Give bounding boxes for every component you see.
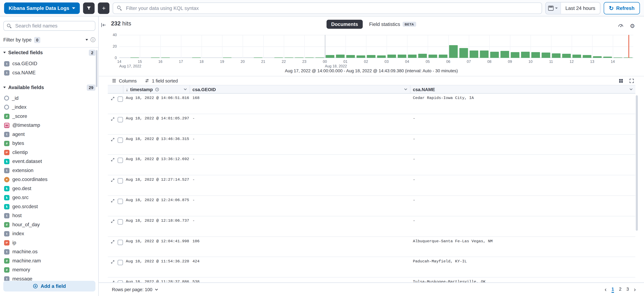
- chevron-down-icon[interactable]: [86, 39, 88, 40]
- field-item-geo.dest[interactable]: k geo.dest: [3, 184, 93, 193]
- column-actions-chevron-icon[interactable]: [184, 87, 187, 91]
- column-actions-chevron-icon[interactable]: [629, 87, 633, 91]
- field-item-extension[interactable]: t extension: [3, 166, 93, 175]
- chart-vertical-gridline: [366, 35, 366, 58]
- saved-query-menu-button[interactable]: [83, 2, 95, 14]
- refresh-button[interactable]: ↻ Refresh: [604, 2, 640, 14]
- field-item-csa.GEOID[interactable]: t csa.GEOID: [3, 59, 93, 68]
- field-sorted-button[interactable]: 1 field sorted: [145, 78, 178, 83]
- expand-document-icon[interactable]: [111, 199, 115, 203]
- page-2-button[interactable]: 2: [619, 287, 622, 293]
- histogram-bar: [521, 51, 530, 58]
- add-field-button[interactable]: Add a field: [3, 281, 96, 292]
- kql-query-bar[interactable]: [113, 2, 542, 14]
- row-checkbox[interactable]: [118, 96, 123, 102]
- row-checkbox[interactable]: [118, 199, 123, 204]
- sidebar-scrollbar[interactable]: [96, 50, 97, 87]
- field-search-box[interactable]: [3, 21, 96, 31]
- header-csa-name[interactable]: csa.NAME: [410, 85, 635, 93]
- row-checkbox[interactable]: [118, 178, 123, 184]
- selected-fields-list: t csa.GEOID t csa.NAME: [3, 59, 93, 78]
- kql-search-input[interactable]: [125, 5, 538, 11]
- field-item-bytes[interactable]: # bytes: [3, 139, 93, 148]
- row-checkbox[interactable]: [118, 281, 123, 283]
- field-type-k-icon: k: [4, 195, 10, 200]
- histogram-bar: [223, 57, 232, 58]
- filter-by-type-row[interactable]: Filter by type 0 ⓘ: [3, 36, 96, 44]
- chart-vertical-gridline: [448, 35, 449, 58]
- field-search-input[interactable]: [14, 23, 92, 29]
- field-item-index[interactable]: t index: [3, 229, 93, 238]
- tab-field-statistics[interactable]: Field statistics BETA: [369, 21, 416, 27]
- expand-document-icon[interactable]: [111, 137, 115, 141]
- chart-gridline: [119, 35, 634, 35]
- available-fields-header[interactable]: Available fields 29: [3, 84, 96, 91]
- expand-document-icon[interactable]: [111, 219, 115, 223]
- field-item-geo.src[interactable]: k geo.src: [3, 193, 93, 202]
- page-1-button[interactable]: 1: [612, 287, 614, 293]
- field-item-machine.ram[interactable]: # machine.ram: [3, 256, 93, 265]
- x-axis-tick-label: 18: [200, 59, 204, 64]
- row-checkbox[interactable]: [118, 137, 123, 143]
- table-scrollbar[interactable]: [636, 95, 638, 231]
- field-item-agent[interactable]: t agent: [3, 130, 93, 139]
- previous-page-icon[interactable]: ‹: [605, 287, 606, 293]
- histogram-bar: [161, 57, 170, 58]
- table-row: Aug 18, 2022 @ 12:18:06.737 - -: [108, 216, 635, 237]
- tab-documents[interactable]: Documents: [326, 20, 362, 28]
- expand-document-icon[interactable]: [111, 260, 115, 264]
- expand-document-icon[interactable]: [111, 158, 115, 162]
- expand-document-icon[interactable]: [111, 240, 115, 244]
- field-item-@timestamp[interactable]: @timestamp: [3, 121, 93, 130]
- field-item-clientip[interactable]: IP clientip: [3, 148, 93, 157]
- header-timestamp[interactable]: ↓ timestamp: [124, 85, 190, 93]
- field-item-_id[interactable]: _id: [3, 94, 93, 103]
- columns-button[interactable]: Columns: [112, 78, 137, 83]
- histogram-bar: [460, 48, 468, 58]
- field-item-machine.os[interactable]: t machine.os: [3, 247, 93, 256]
- field-item-event.dataset[interactable]: k event.dataset: [3, 157, 93, 166]
- field-item-_score[interactable]: # _score: [3, 112, 93, 121]
- row-checkbox[interactable]: [118, 240, 123, 245]
- field-item-geo.srcdest[interactable]: k geo.srcdest: [3, 202, 93, 211]
- field-item-ip[interactable]: IP ip: [3, 238, 93, 247]
- x-axis-tick-label: 14: [611, 59, 615, 64]
- field-name: ip: [12, 240, 16, 246]
- row-checkbox[interactable]: [118, 260, 123, 265]
- info-icon[interactable]: ⓘ: [90, 37, 95, 42]
- cell-timestamp: Aug 18, 2022 @ 14:06:51.816: [124, 94, 190, 114]
- add-filter-button[interactable]: +: [98, 2, 110, 14]
- header-csa-geoid[interactable]: csa.GEOID: [190, 85, 410, 93]
- field-name: _score: [12, 113, 27, 119]
- expand-document-icon[interactable]: [111, 117, 115, 121]
- row-checkbox[interactable]: [118, 219, 123, 225]
- field-item-_index[interactable]: _index: [3, 103, 93, 112]
- rows-per-page-button[interactable]: Rows per page: 100: [112, 287, 158, 292]
- page-3-button[interactable]: 3: [626, 287, 629, 293]
- field-item-hour_of_day[interactable]: # hour_of_day: [3, 220, 93, 229]
- row-checkbox[interactable]: [118, 158, 123, 163]
- table-row: Aug 18, 2022 @ 14:06:51.816 168 Cedar Ra…: [108, 94, 635, 114]
- field-item-message[interactable]: t message: [3, 274, 93, 281]
- next-page-icon[interactable]: ›: [634, 287, 636, 293]
- expand-document-icon[interactable]: [111, 281, 115, 283]
- field-item-memory[interactable]: # memory: [3, 265, 93, 274]
- fullscreen-icon[interactable]: [629, 78, 634, 83]
- display-density-icon[interactable]: [618, 78, 624, 83]
- time-range-button[interactable]: Last 24 hours: [561, 5, 600, 11]
- data-view-picker-button[interactable]: Kibana Sample Data Logs: [4, 2, 80, 14]
- column-actions-chevron-icon[interactable]: [404, 87, 408, 91]
- field-item-csa.NAME[interactable]: t csa.NAME: [3, 68, 93, 77]
- field-item-geo.coordinates[interactable]: geo.coordinates: [3, 175, 93, 184]
- chart-options-gauge-icon[interactable]: [618, 23, 624, 29]
- field-item-host[interactable]: t host: [3, 211, 93, 220]
- expand-document-icon[interactable]: [111, 178, 115, 182]
- row-checkbox[interactable]: [118, 117, 123, 122]
- calendar-menu-button[interactable]: [546, 2, 561, 14]
- expand-document-icon[interactable]: [111, 96, 115, 101]
- histogram-plot-area[interactable]: 0204014151617181920212223000102030405060…: [119, 35, 634, 58]
- selected-fields-header[interactable]: Selected fields 2: [3, 49, 96, 56]
- table-row: Aug 18, 2022 @ 13:46:36.315 - -: [108, 134, 635, 155]
- settings-gear-icon[interactable]: ⚙: [630, 23, 635, 28]
- x-axis-tick-label: 22: [282, 59, 286, 64]
